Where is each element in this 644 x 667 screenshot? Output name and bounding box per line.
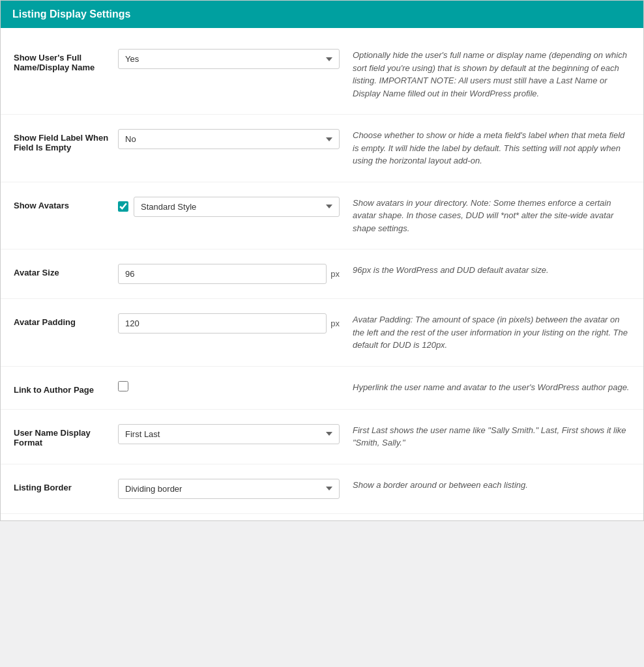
setting-description-show-avatars: Show avatars in your directory. Note: So…: [340, 197, 630, 235]
setting-label-show-avatars: Show Avatars: [14, 197, 118, 210]
setting-row-link-to-author: Link to Author PageHyperlink the user na…: [1, 367, 643, 410]
settings-panel: Listing Display Settings Show User's Ful…: [0, 0, 644, 521]
setting-label-link-to-author: Link to Author Page: [14, 381, 118, 395]
setting-description-link-to-author: Hyperlink the user name and avatar to th…: [340, 381, 630, 394]
select-show-full-name[interactable]: YesNo: [118, 49, 340, 69]
setting-control-username-display-format: First LastLast, First: [118, 424, 340, 444]
checkbox-link-to-author[interactable]: [118, 381, 128, 391]
setting-description-username-display-format: First Last shows the user name like "Sal…: [340, 424, 630, 449]
setting-description-show-field-label: Choose whether to show or hide a meta fi…: [340, 129, 630, 167]
setting-description-avatar-size: 96px is the WordPress and DUD default av…: [340, 264, 630, 277]
setting-row-show-full-name: Show User's Full Name/Display NameYesNoO…: [1, 35, 643, 115]
setting-control-avatar-padding: px: [118, 313, 340, 334]
setting-row-listing-border: Listing BorderDividing borderNo borderBo…: [1, 464, 643, 514]
setting-row-avatar-padding: Avatar PaddingpxAvatar Padding: The amou…: [1, 299, 643, 367]
setting-control-link-to-author: [118, 381, 340, 391]
select-style-show-avatars[interactable]: Standard StyleCircle StyleSquare Style: [134, 197, 340, 217]
select-listing-border[interactable]: Dividing borderNo borderBox border: [118, 479, 340, 499]
panel-body: Show User's Full Name/Display NameYesNoO…: [1, 28, 643, 520]
setting-label-avatar-padding: Avatar Padding: [14, 313, 118, 327]
input-avatar-padding[interactable]: [118, 313, 327, 334]
select-username-display-format[interactable]: First LastLast, First: [118, 424, 340, 444]
setting-label-avatar-size: Avatar Size: [14, 264, 118, 277]
setting-description-show-full-name: Optionally hide the user's full name or …: [340, 49, 630, 100]
setting-description-listing-border: Show a border around or between each lis…: [340, 479, 630, 492]
unit-label-avatar-padding: px: [330, 319, 340, 328]
checkbox-show-avatars[interactable]: [118, 201, 128, 212]
setting-label-show-field-label: Show Field Label When Field Is Empty: [14, 129, 118, 152]
select-show-field-label[interactable]: YesNo: [118, 129, 340, 149]
setting-control-avatar-size: px: [118, 264, 340, 284]
setting-control-show-avatars: Standard StyleCircle StyleSquare Style: [118, 197, 340, 217]
setting-row-avatar-size: Avatar Sizepx96px is the WordPress and D…: [1, 249, 643, 299]
unit-label-avatar-size: px: [330, 269, 340, 279]
setting-control-show-field-label: YesNo: [118, 129, 340, 149]
setting-row-show-field-label: Show Field Label When Field Is EmptyYesN…: [1, 115, 643, 182]
panel-header: Listing Display Settings: [1, 1, 643, 28]
setting-row-show-avatars: Show AvatarsStandard StyleCircle StyleSq…: [1, 182, 643, 250]
setting-description-avatar-padding: Avatar Padding: The amount of space (in …: [340, 313, 630, 352]
setting-control-show-full-name: YesNo: [118, 49, 340, 69]
setting-label-show-full-name: Show User's Full Name/Display Name: [14, 49, 118, 72]
setting-label-listing-border: Listing Border: [14, 479, 118, 492]
setting-control-listing-border: Dividing borderNo borderBox border: [118, 479, 340, 499]
input-avatar-size[interactable]: [118, 264, 327, 284]
setting-label-username-display-format: User Name Display Format: [14, 424, 118, 447]
setting-row-username-display-format: User Name Display FormatFirst LastLast, …: [1, 410, 643, 464]
panel-title: Listing Display Settings: [12, 8, 632, 20]
